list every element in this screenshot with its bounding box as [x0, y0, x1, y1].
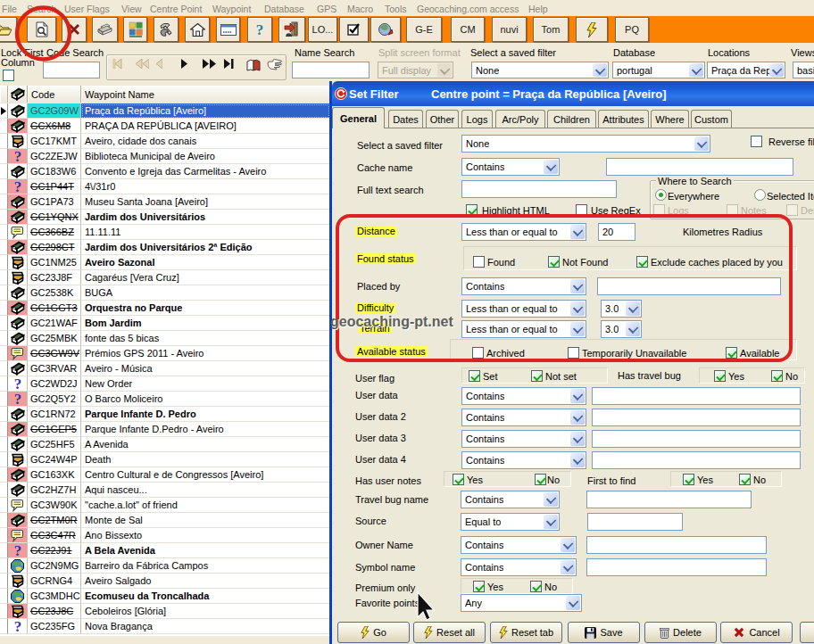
svg-text:?: ?	[14, 376, 22, 391]
svg-text:?: ?	[14, 392, 22, 406]
svg-text:?: ?	[14, 619, 22, 633]
svg-text:?: ?	[14, 179, 22, 194]
svg-text:?: ?	[14, 543, 22, 557]
svg-text:?: ?	[14, 149, 22, 163]
svg-text:?: ?	[256, 22, 264, 37]
